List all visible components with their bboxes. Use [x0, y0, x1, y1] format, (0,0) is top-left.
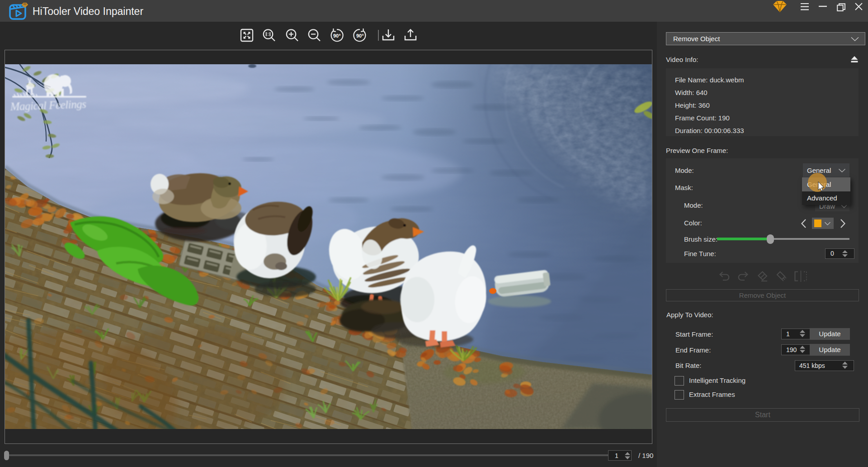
- svg-text:90°: 90°: [356, 33, 364, 38]
- svg-text:90°: 90°: [333, 33, 341, 38]
